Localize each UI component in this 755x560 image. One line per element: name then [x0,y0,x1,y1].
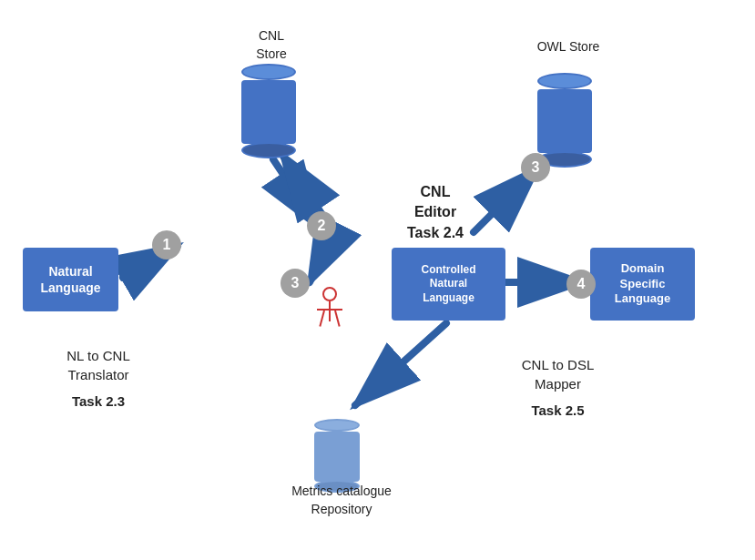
person-head [322,287,337,301]
badge-4: 4 [566,270,596,299]
cnl-editor-label: CNL Editor Task 2.4 [362,182,508,243]
cnl-to-dsl-task: Task 2.5 [483,401,633,420]
nl-to-cnl-task: Task 2.3 [26,392,171,411]
badge-3a: 3 [281,269,310,298]
cnl-store-bottom [241,142,296,158]
person-leg-right [334,311,341,327]
metrics-store [314,419,360,493]
cnl-store [241,64,296,158]
person-leg-left [319,311,325,327]
domain-specific-box: Domain Specific Language [590,248,695,321]
cnl-store-label: CNL Store [226,27,317,63]
metrics-body [314,432,360,482]
badge-2: 2 [307,211,336,240]
cnl-store-body [241,80,296,144]
svg-line-5 [310,246,328,282]
svg-line-8 [355,323,446,405]
natural-language-box: Natural Language [23,248,118,311]
owl-store-top [537,73,592,89]
person-icon [317,287,342,327]
metrics-top [314,419,360,432]
nl-to-cnl-label: NL to CNL Translator Task 2.3 [26,346,171,411]
owl-store-body [537,89,592,153]
badge-1: 1 [152,230,181,260]
metrics-label: Metrics catalogue Repository [269,483,414,518]
diagram: CNL Store OWL Store Metrics catalogue Re… [0,0,755,560]
person-legs [323,311,336,327]
cnl-to-dsl-label: CNL to DSL Mapper Task 2.5 [483,355,633,420]
badge-3b: 3 [521,153,550,182]
owl-store-label: OWL Store [523,38,614,56]
cnl-store-top [241,64,296,80]
controlled-natural-language-box: Controlled Natural Language [392,248,505,321]
owl-store [537,73,592,168]
